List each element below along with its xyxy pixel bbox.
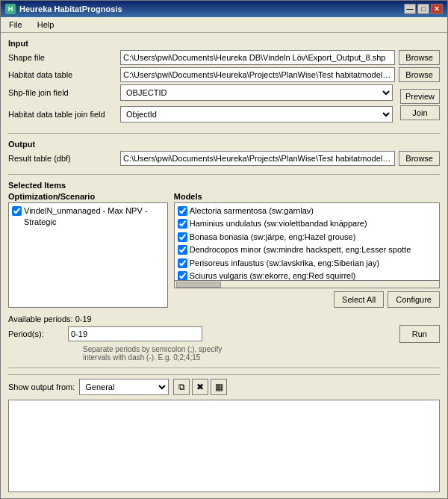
- scenario-label-0: VindelN_unmanaged - Max NPV - Strategic: [24, 205, 164, 229]
- model-checkbox-1[interactable]: [178, 219, 187, 229]
- shp-join-row: Shp-file join field OBJECTID: [8, 84, 393, 101]
- selected-items-label: Selected Items: [8, 181, 440, 190]
- habitat-join-label: Habitat data table join field: [8, 110, 116, 119]
- main-window: H Heureka HabitatPrognosis — □ ✕ File He…: [0, 0, 448, 499]
- models-buttons: Select All Configure: [174, 291, 440, 308]
- show-output-label: Show output from:: [8, 382, 75, 391]
- horizontal-scrollbar[interactable]: [174, 281, 440, 288]
- selected-items-section: Selected Items Optimization/Scenario Vin…: [8, 181, 440, 308]
- output-select[interactable]: General: [79, 379, 169, 395]
- scenario-listbox[interactable]: VindelN_unmanaged - Max NPV - Strategic: [8, 202, 168, 308]
- model-label-5: Sciurus vulgaris (sw:ekorre, eng:Red squ…: [190, 270, 356, 281]
- result-table-row: Result table (dbf) Browse: [8, 151, 440, 166]
- shp-join-select[interactable]: OBJECTID: [120, 84, 393, 101]
- model-label-4: Perisoreus infaustus (sw:lavskrika, eng:…: [190, 258, 379, 269]
- input-section: Input Shape file Browse Habitat data tab…: [8, 39, 440, 127]
- save-icon: ▦: [215, 382, 223, 392]
- model-item-5[interactable]: Sciurus vulgaris (sw:ekorre, eng:Red squ…: [176, 270, 438, 281]
- shp-join-label: Shp-file join field: [8, 88, 116, 97]
- models-listbox[interactable]: Alectoria sarmentosa (sw:garnlav) Hamini…: [174, 202, 440, 281]
- habitat-join-select[interactable]: ObjectId: [120, 106, 393, 123]
- maximize-button[interactable]: □: [417, 4, 429, 14]
- habitat-table-label: Habitat data table: [8, 70, 116, 79]
- model-item-1[interactable]: Haminius undulatus (sw:violettbandad knä…: [176, 217, 438, 230]
- output-area: [8, 400, 440, 492]
- toolbar-icons: ⧉ ✖ ▦: [173, 379, 227, 395]
- hint-text-2: intervals with dash (-). E.g. 0;2;4;15: [83, 353, 440, 362]
- configure-button[interactable]: Configure: [388, 291, 440, 308]
- show-output-section: Show output from: General ⧉ ✖ ▦: [8, 374, 440, 395]
- scrollbar-thumb[interactable]: [176, 282, 221, 288]
- model-label-3: Dendrocopos minor (sw:mindre hackspett, …: [190, 244, 411, 255]
- run-button[interactable]: Run: [399, 325, 440, 343]
- title-bar: H Heureka HabitatPrognosis — □ ✕: [1, 1, 447, 17]
- window-controls: — □ ✕: [404, 4, 443, 14]
- model-checkbox-2[interactable]: [178, 232, 187, 242]
- copy-icon-button[interactable]: ⧉: [173, 379, 190, 395]
- model-item-3[interactable]: Dendrocopos minor (sw:mindre hackspett, …: [176, 244, 438, 256]
- models-panel: Models Alectoria sarmentosa (sw:garnlav)…: [174, 192, 440, 308]
- model-item-0[interactable]: Alectoria sarmentosa (sw:garnlav): [176, 205, 438, 217]
- habitat-join-row: Habitat data table join field ObjectId: [8, 106, 393, 123]
- optimization-panel: Optimization/Scenario VindelN_unmanaged …: [8, 192, 168, 308]
- preview-button[interactable]: Preview: [400, 89, 440, 104]
- app-icon: H: [5, 4, 16, 14]
- output-section-label: Output: [8, 140, 440, 149]
- menu-file[interactable]: File: [5, 19, 26, 31]
- shape-file-row: Shape file Browse: [8, 50, 440, 65]
- models-label: Models: [174, 192, 440, 201]
- main-content: Input Shape file Browse Habitat data tab…: [1, 33, 447, 498]
- shape-file-input[interactable]: [120, 50, 395, 65]
- delete-icon: ✖: [196, 382, 204, 392]
- model-item-2[interactable]: Bonasa bonasia (sw:järpe, eng:Hazel grou…: [176, 231, 438, 244]
- periods-input[interactable]: [68, 326, 202, 341]
- periods-label: Period(s):: [8, 329, 64, 338]
- join-button[interactable]: Join: [400, 105, 440, 120]
- result-table-label: Result table (dbf): [8, 154, 116, 163]
- available-periods: Available periods: 0-19: [8, 314, 440, 323]
- periods-section: Available periods: 0-19 Period(s): Run S…: [8, 314, 440, 362]
- title-bar-content: H Heureka HabitatPrognosis: [5, 4, 122, 14]
- menu-help[interactable]: Help: [34, 19, 58, 31]
- close-button[interactable]: ✕: [431, 4, 443, 14]
- result-table-browse-button[interactable]: Browse: [399, 151, 440, 166]
- window-title: Heureka HabitatPrognosis: [19, 4, 122, 13]
- menu-bar: File Help: [1, 17, 447, 33]
- minimize-button[interactable]: —: [404, 4, 416, 14]
- result-table-input[interactable]: [120, 151, 395, 166]
- model-checkbox-5[interactable]: [178, 271, 187, 281]
- model-item-4[interactable]: Perisoreus infaustus (sw:lavskrika, eng:…: [176, 257, 438, 270]
- shape-file-label: Shape file: [8, 53, 116, 62]
- model-checkbox-0[interactable]: [178, 206, 187, 216]
- input-section-label: Input: [8, 39, 440, 48]
- shape-file-browse-button[interactable]: Browse: [399, 50, 440, 65]
- select-all-button[interactable]: Select All: [334, 291, 384, 308]
- habitat-table-browse-button[interactable]: Browse: [399, 67, 440, 82]
- habitat-table-row: Habitat data table Browse: [8, 67, 440, 82]
- join-fields-row: Shp-file join field OBJECTID Habitat dat…: [8, 84, 440, 125]
- model-label-0: Alectoria sarmentosa (sw:garnlav): [190, 205, 314, 217]
- hint-text-1: Separate periods by semicolon (;), speci…: [83, 345, 440, 353]
- habitat-table-input[interactable]: [120, 67, 395, 82]
- delete-icon-button[interactable]: ✖: [192, 379, 208, 395]
- output-section: Output Result table (dbf) Browse: [8, 140, 440, 168]
- copy-icon: ⧉: [178, 382, 185, 392]
- save-icon-button[interactable]: ▦: [211, 379, 227, 395]
- preview-join-group: Preview Join: [400, 89, 440, 120]
- model-label-2: Bonasa bonasia (sw:järpe, eng:Hazel grou…: [190, 232, 356, 243]
- model-checkbox-3[interactable]: [178, 245, 187, 255]
- periods-row: Period(s): Run: [8, 325, 440, 343]
- scenario-item-0[interactable]: VindelN_unmanaged - Max NPV - Strategic: [10, 205, 166, 229]
- model-checkbox-4[interactable]: [178, 258, 187, 268]
- scenario-checkbox-0[interactable]: [12, 206, 22, 216]
- model-label-1: Haminius undulatus (sw:violettbandad knä…: [190, 218, 367, 229]
- optimization-label: Optimization/Scenario: [8, 192, 168, 201]
